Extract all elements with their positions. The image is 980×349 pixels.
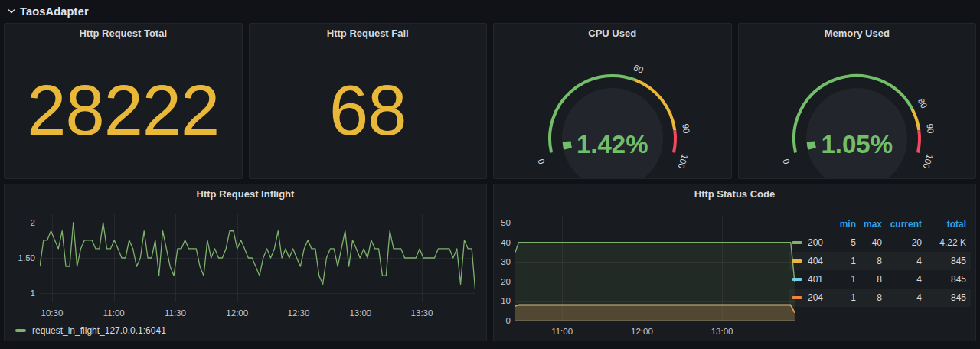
legend-cell: 40 — [856, 237, 882, 248]
axis-tick-label: 11:30 — [165, 308, 186, 318]
legend-table: minmaxcurrenttotal200540204.22 K40418484… — [789, 215, 971, 307]
panel-http-status-code: Http Status Code 50403020100 11:0012:001… — [493, 184, 976, 341]
gauge-arc — [769, 68, 945, 179]
panel-http-request-inflight: Http Request Inflight 21.501 10:3011:001… — [4, 184, 487, 341]
legend-label: request_in_flight_127.0.0.1:6041 — [32, 325, 166, 336]
legend-header-total[interactable]: total — [922, 219, 966, 230]
y-axis-labels: 50403020100 — [494, 215, 515, 321]
axis-tick-label: 20 — [501, 277, 511, 286]
panel-title[interactable]: Memory Used — [739, 24, 976, 42]
legend-cell: 845 — [922, 292, 966, 303]
legend-cell: 401 — [803, 274, 831, 285]
legend-header-min[interactable]: min — [831, 219, 856, 230]
legend-cell: 1 — [831, 274, 856, 285]
legend-header-max[interactable]: max — [856, 219, 882, 230]
legend-swatch — [792, 259, 803, 263]
axis-tick-label: 2 — [31, 218, 35, 227]
legend-cell: 1 — [831, 256, 856, 266]
legend-cell: 845 — [922, 274, 966, 285]
legend-swatch — [792, 241, 803, 244]
legend-header-row: minmaxcurrenttotal — [789, 215, 971, 233]
row-header-taosadapter[interactable]: TaosAdapter — [0, 0, 980, 23]
legend-cell: 4.22 K — [922, 237, 966, 248]
legend-cell: 200 — [803, 237, 831, 248]
x-axis-labels: 11:0012:0013:00 — [515, 324, 795, 339]
gridline — [515, 321, 795, 321]
axis-tick-label: 0 — [506, 316, 511, 325]
axis-tick-label: 12:30 — [288, 308, 310, 318]
legend-row-200[interactable]: 200540204.22 K — [789, 233, 971, 252]
legend-swatch — [15, 329, 26, 332]
axis-tick-label: 11:00 — [551, 327, 573, 336]
axis-tick-label: 11:00 — [103, 308, 125, 318]
panel-title[interactable]: Http Request Total — [5, 24, 242, 42]
legend-cell: 845 — [922, 256, 966, 266]
legend-cell: 8 — [856, 292, 882, 303]
axis-tick-label: 1 — [31, 289, 35, 298]
axis-tick-label: 10 — [501, 296, 511, 305]
legend-swatch — [792, 296, 803, 299]
stat-value-http-request-total: 28222 — [27, 75, 219, 145]
legend-cell: 204 — [803, 292, 831, 303]
legend-cell: 5 — [831, 237, 856, 248]
axis-tick-label: 13:30 — [411, 308, 433, 318]
gauge-value-cpu: 1.42% — [577, 130, 648, 159]
axis-tick-label: 13:00 — [711, 327, 733, 336]
legend-swatch — [792, 278, 803, 281]
panel-title[interactable]: CPU Used — [494, 24, 731, 42]
panel-http-request-fail: Http Request Fail 68 — [249, 23, 488, 179]
panel-memory-used: Memory Used 1.05% 08090100 — [738, 23, 977, 179]
memory-gauge[interactable]: 1.05% 08090100 — [769, 68, 945, 179]
legend-item-request-in-flight[interactable]: request_in_flight_127.0.0.1:6041 — [15, 325, 166, 336]
legend-cell: 8 — [856, 256, 882, 266]
section-title: TaosAdapter — [20, 5, 89, 18]
cpu-gauge[interactable]: 1.42% 06090100 — [524, 68, 701, 179]
axis-tick-label: 30 — [501, 257, 511, 266]
chevron-down-icon — [6, 6, 17, 17]
legend-row-204[interactable]: 204184845 — [789, 289, 971, 307]
legend-row-404[interactable]: 404184845 — [789, 252, 971, 270]
dashboard: TaosAdapter Http Request Total 28222 Htt… — [0, 0, 980, 349]
axis-tick-label: 10:30 — [41, 308, 64, 318]
inflight-chart-plot[interactable] — [40, 214, 475, 302]
legend-cell: 4 — [882, 292, 922, 303]
legend-cell: 4 — [882, 256, 922, 266]
panel-title[interactable]: Http Request Inflight — [5, 184, 486, 203]
legend-cell: 20 — [882, 237, 922, 248]
legend-row-401[interactable]: 401184845 — [789, 270, 971, 289]
legend-cell: 8 — [856, 274, 882, 285]
panel-title[interactable]: Http Status Code — [494, 184, 975, 203]
gauge-arc — [524, 68, 701, 179]
axis-tick-label: 1.50 — [18, 253, 35, 263]
panel-cpu-used: CPU Used 1.42% 06090100 — [493, 23, 732, 179]
gauge-value-memory: 1.05% — [821, 130, 893, 159]
gauge-tick-label: 90 — [926, 123, 936, 134]
legend-cell: 4 — [882, 274, 922, 285]
panel-http-request-total: Http Request Total 28222 — [4, 23, 243, 179]
axis-tick-label: 40 — [501, 238, 511, 247]
panel-title[interactable]: Http Request Fail — [250, 24, 487, 42]
gauge-tick-label: 90 — [681, 123, 691, 134]
legend-header-current[interactable]: current — [882, 219, 922, 230]
axis-tick-label: 12:00 — [631, 327, 653, 336]
stat-value-http-request-fail: 68 — [329, 75, 406, 145]
x-axis-labels: 10:3011:0011:3012:0012:3013:0013:30 — [40, 305, 475, 321]
axis-tick-label: 12:00 — [226, 308, 248, 318]
status-chart-plot[interactable] — [515, 215, 795, 321]
axis-tick-label: 13:00 — [349, 308, 371, 318]
legend-cell: 1 — [831, 292, 856, 303]
legend-cell: 404 — [803, 256, 831, 266]
axis-tick-label: 50 — [501, 218, 511, 227]
y-axis-labels: 21.501 — [5, 214, 40, 302]
